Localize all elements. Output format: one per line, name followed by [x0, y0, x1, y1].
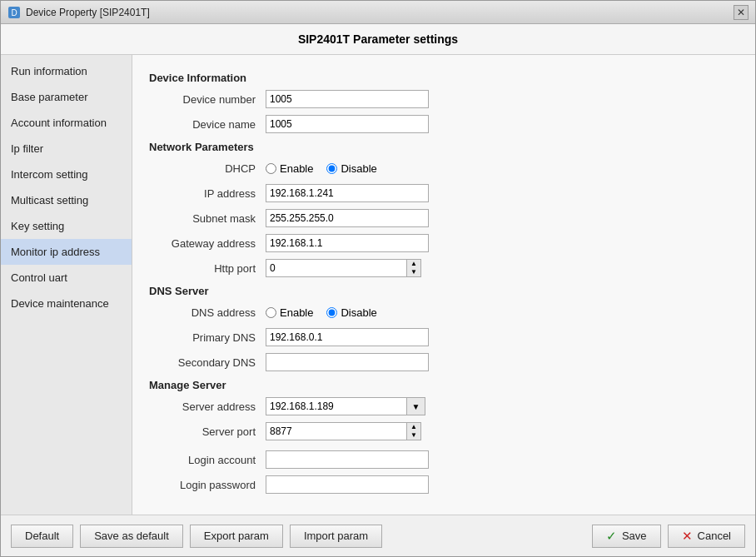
device-number-input[interactable] — [266, 90, 429, 108]
dhcp-disable-radio[interactable] — [326, 163, 337, 174]
http-port-up-button[interactable]: ▲ — [407, 260, 420, 268]
window-icon: D — [7, 6, 21, 19]
secondary-dns-label: Secondary DNS — [149, 356, 266, 369]
window-title: Device Property [SIP2401T] — [26, 7, 150, 18]
primary-dns-input[interactable] — [266, 328, 429, 346]
server-address-input[interactable] — [266, 397, 407, 415]
footer: Default Save as default Export param Imp… — [1, 515, 755, 556]
login-account-input[interactable] — [266, 450, 429, 469]
row-server-address: Server address ▼ — [149, 396, 739, 416]
http-port-input[interactable] — [266, 259, 407, 277]
device-name-label: Device name — [149, 118, 266, 131]
row-secondary-dns: Secondary DNS — [149, 352, 739, 372]
row-login-password: Login password — [149, 475, 739, 495]
section-device-info: Device Information — [149, 72, 739, 84]
row-ip-address: IP address — [149, 183, 739, 203]
dns-address-label: DNS address — [149, 306, 266, 319]
gateway-input[interactable] — [266, 234, 429, 252]
server-address-dropdown-button[interactable]: ▼ — [407, 397, 425, 415]
section-manage-server: Manage Server — [149, 379, 739, 391]
sidebar-item-ip-filter[interactable]: Ip filter — [1, 136, 132, 162]
title-bar: D Device Property [SIP2401T] ✕ — [1, 1, 755, 24]
server-port-up-button[interactable]: ▲ — [407, 423, 420, 431]
cancel-label: Cancel — [698, 530, 731, 542]
server-address-label: Server address — [149, 400, 266, 413]
save-check-icon: ✓ — [606, 529, 617, 544]
sidebar: Run information Base parameter Account i… — [1, 55, 132, 515]
ip-address-label: IP address — [149, 187, 266, 200]
cancel-button[interactable]: ✕ Cancel — [668, 525, 745, 548]
row-device-number: Device number — [149, 89, 739, 109]
http-port-label: Http port — [149, 262, 266, 275]
sidebar-item-base-parameter[interactable]: Base parameter — [1, 84, 132, 110]
sidebar-item-key-setting[interactable]: Key setting — [1, 213, 132, 239]
server-port-spinner-buttons: ▲ ▼ — [407, 422, 421, 440]
row-subnet-mask: Subnet mask — [149, 208, 739, 228]
save-label: Save — [622, 530, 647, 542]
row-primary-dns: Primary DNS — [149, 327, 739, 347]
row-dhcp: DHCP Enable Disable — [149, 158, 739, 178]
dns-radio-group: Enable Disable — [266, 306, 377, 319]
sidebar-item-run-information[interactable]: Run information — [1, 58, 132, 84]
dhcp-radio-group: Enable Disable — [266, 162, 377, 175]
http-port-spinner-buttons: ▲ ▼ — [407, 259, 421, 277]
form-area: Device Information Device number Device … — [132, 55, 755, 515]
device-name-input[interactable] — [266, 115, 429, 133]
gateway-label: Gateway address — [149, 237, 266, 250]
dhcp-enable-radio[interactable] — [266, 163, 276, 174]
row-server-port: Server port ▲ ▼ — [149, 421, 739, 441]
primary-dns-label: Primary DNS — [149, 331, 266, 344]
row-gateway: Gateway address — [149, 233, 739, 253]
server-port-spinner: ▲ ▼ — [266, 422, 421, 440]
export-param-button[interactable]: Export param — [190, 525, 283, 548]
sidebar-item-account-information[interactable]: Account information — [1, 110, 132, 136]
save-button[interactable]: ✓ Save — [592, 525, 661, 548]
save-as-default-button[interactable]: Save as default — [80, 525, 183, 548]
sidebar-item-monitor-ip-address[interactable]: Monitor ip address — [1, 239, 132, 265]
row-http-port: Http port ▲ ▼ — [149, 258, 739, 278]
main-content: Run information Base parameter Account i… — [1, 55, 755, 515]
row-device-name: Device name — [149, 114, 739, 134]
subnet-mask-input[interactable] — [266, 209, 429, 227]
http-port-down-button[interactable]: ▼ — [407, 268, 420, 276]
server-port-input[interactable] — [266, 422, 407, 440]
sidebar-item-multicast-setting[interactable]: Multicast setting — [1, 187, 132, 213]
close-button[interactable]: ✕ — [734, 5, 749, 20]
row-login-account: Login account — [149, 450, 739, 470]
title-bar-left: D Device Property [SIP2401T] — [7, 6, 150, 19]
device-number-label: Device number — [149, 93, 266, 106]
server-address-dropdown: ▼ — [266, 397, 425, 415]
login-account-label: Login account — [149, 454, 266, 466]
dhcp-disable-label: Disable — [341, 162, 376, 175]
sidebar-item-device-maintenance[interactable]: Device maintenance — [1, 291, 132, 316]
default-button[interactable]: Default — [11, 525, 73, 548]
server-port-down-button[interactable]: ▼ — [407, 431, 420, 440]
login-password-label: Login password — [149, 479, 266, 491]
dhcp-enable-label: Enable — [280, 162, 313, 175]
subnet-mask-label: Subnet mask — [149, 212, 266, 225]
dialog-header: SIP2401T Parameter settings — [1, 24, 755, 55]
ip-address-input[interactable] — [266, 184, 429, 202]
section-network-params: Network Parameters — [149, 141, 739, 153]
sidebar-item-control-uart[interactable]: Control uart — [1, 265, 132, 291]
sidebar-item-intercom-setting[interactable]: Intercom setting — [1, 162, 132, 187]
main-window: D Device Property [SIP2401T] ✕ SIP2401T … — [0, 0, 756, 557]
import-param-button[interactable]: Import param — [290, 525, 382, 548]
login-password-input[interactable] — [266, 475, 429, 494]
dns-enable-label: Enable — [280, 306, 313, 319]
dns-enable-radio[interactable] — [266, 307, 276, 318]
http-port-spinner: ▲ ▼ — [266, 259, 421, 277]
dhcp-enable-option[interactable]: Enable — [266, 162, 313, 175]
secondary-dns-input[interactable] — [266, 353, 429, 371]
server-port-label: Server port — [149, 425, 266, 438]
dialog-title: SIP2401T Parameter settings — [298, 32, 458, 46]
cancel-x-icon: ✕ — [682, 529, 693, 544]
dhcp-label: DHCP — [149, 162, 266, 175]
dns-enable-option[interactable]: Enable — [266, 306, 313, 319]
dns-disable-option[interactable]: Disable — [326, 306, 376, 319]
dns-disable-radio[interactable] — [326, 307, 337, 318]
row-dns-address: DNS address Enable Disable — [149, 302, 739, 322]
section-dns-server: DNS Server — [149, 285, 739, 297]
svg-text:D: D — [11, 8, 17, 17]
dhcp-disable-option[interactable]: Disable — [326, 162, 376, 175]
